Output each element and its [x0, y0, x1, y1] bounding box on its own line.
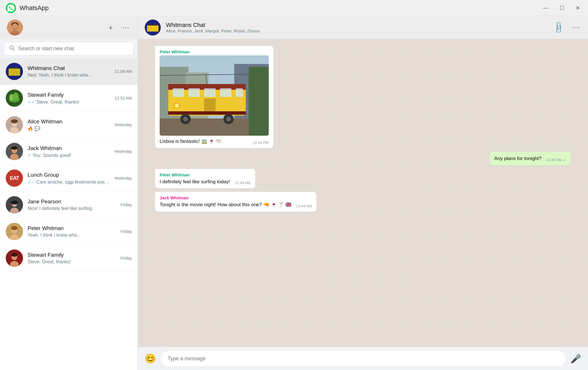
chat-item-peter[interactable]: Peter Whitman Yeah, I think I know wha..…: [0, 218, 138, 245]
sidebar: + ⋯: [0, 16, 138, 370]
chat-avatar-alice: [6, 116, 23, 133]
chat-info-jack: Jack Whitman ✓ You: Sounds good!: [28, 145, 109, 158]
svg-rect-11: [10, 67, 19, 69]
svg-point-34: [11, 253, 18, 257]
message-peter-surfing: Peter Whitman I definitely feel like sur…: [155, 169, 255, 189]
svg-rect-46: [188, 88, 200, 97]
chat-time: Yesterday: [114, 122, 132, 127]
minimize-button[interactable]: —: [541, 4, 550, 12]
chat-header-avatar: [145, 20, 161, 36]
maximize-button[interactable]: ☐: [557, 4, 566, 12]
svg-point-30: [11, 226, 18, 230]
chat-item-jack[interactable]: Jack Whitman ✓ You: Sounds good! Yesterd…: [0, 138, 138, 165]
chat-name: Peter Whitman: [28, 225, 116, 231]
chat-info-stewart2: Stewart Family Steve: Great, thanks!: [28, 252, 116, 264]
chat-header: Whitmans Chat Alice, Francis, Jack, Marg…: [138, 16, 588, 39]
svg-rect-49: [236, 88, 243, 97]
chat-name: Alice Whitman: [28, 118, 109, 125]
chat-avatar-lunch: EAT: [6, 170, 23, 187]
chat-info-lunch: Lunch Group ✓✓ Care amiche, oggi finalme…: [28, 172, 109, 185]
chat-info-jane: Jane Pearson Nice! I definitely feel lik…: [28, 198, 116, 211]
svg-point-15: [13, 93, 19, 101]
search-icon: [9, 45, 15, 52]
chat-meta-stewart: 12:52 AM: [115, 96, 132, 100]
svg-rect-47: [204, 88, 216, 97]
chat-time: 12:52 AM: [115, 96, 132, 100]
chat-info-whitmans: Whitmans Chat Ned: Yeah, I think I know …: [28, 65, 110, 78]
sidebar-menu-button[interactable]: ⋯: [121, 22, 131, 33]
emoji-button[interactable]: 😊: [145, 353, 156, 364]
chat-avatar-stewart2: [6, 250, 23, 267]
messages-area: Peter Whitman: [138, 39, 588, 347]
svg-point-57: [175, 104, 179, 108]
chat-panel: Whitmans Chat Alice, Francis, Jack, Marg…: [138, 16, 588, 370]
message-input[interactable]: [161, 351, 566, 366]
svg-rect-36: [147, 25, 158, 32]
chat-header-info: Whitmans Chat Alice, Francis, Jack, Marg…: [166, 22, 548, 33]
msg-time: 12:44 AM: [235, 181, 251, 185]
msg-text: I definitely feel like surfing today!: [160, 178, 230, 185]
msg-text: Tonight is the movie night! How about th…: [160, 201, 291, 208]
window-controls: — ☐ ✕: [541, 4, 582, 12]
mic-button[interactable]: 🎤: [570, 354, 581, 364]
svg-line-8: [13, 49, 14, 50]
svg-rect-51: [168, 111, 246, 115]
svg-rect-10: [9, 69, 20, 76]
msg-time: 12:44 AM: [296, 204, 312, 208]
chat-avatar-whitmans: [6, 63, 23, 80]
chat-preview: Nice! I definitely feel like surfing: [28, 206, 116, 211]
chat-name: Stewart Family: [28, 252, 116, 258]
attach-button[interactable]: 📎: [550, 19, 567, 36]
chat-name: Lunch Group: [28, 172, 109, 178]
svg-point-23: [11, 146, 18, 150]
message-peter-tram: Peter Whitman: [155, 46, 273, 148]
chat-item-stewart2[interactable]: Stewart Family Steve: Great, thanks! Fri…: [0, 245, 138, 272]
sidebar-actions: + ⋯: [107, 22, 131, 33]
chat-meta-stewart2: Friday: [121, 256, 132, 260]
chat-time: Yesterday: [114, 149, 132, 154]
chat-info-alice: Alice Whitman 🔥 💬: [28, 118, 109, 131]
svg-rect-60: [249, 67, 269, 136]
chat-list: Whitmans Chat Ned: Yeah, I think I know …: [0, 58, 138, 370]
chat-info-peter: Peter Whitman Yeah, I think I know wha..…: [28, 225, 116, 238]
chat-menu-button[interactable]: ⋯: [571, 22, 581, 33]
sidebar-header: + ⋯: [0, 16, 138, 39]
svg-point-53: [183, 117, 188, 121]
chat-meta-peter: Friday: [121, 229, 132, 234]
new-chat-button[interactable]: +: [107, 22, 114, 33]
chat-meta-jane: Friday: [121, 202, 132, 207]
chat-meta-jack: Yesterday: [114, 149, 132, 154]
main-layout: + ⋯: [0, 16, 588, 370]
chat-item-lunch[interactable]: EAT Lunch Group ✓✓ Care amiche, oggi fin…: [0, 165, 138, 192]
svg-rect-45: [173, 88, 184, 97]
chat-preview: ✓ You: Sounds good!: [28, 153, 109, 158]
search-input[interactable]: [18, 46, 129, 52]
msg-sender: Peter Whitman: [160, 49, 269, 54]
chat-item-alice[interactable]: Alice Whitman 🔥 💬 Yesterday: [0, 112, 138, 138]
chat-info-stewart: Stewart Family ✓✓ Steve: Great, thanks!: [28, 92, 110, 105]
user-avatar[interactable]: [7, 20, 23, 36]
chat-header-name: Whitmans Chat: [166, 22, 548, 28]
chat-preview: ✓✓ Steve: Great, thanks!: [28, 99, 110, 105]
chat-time: Friday: [121, 229, 132, 234]
chat-name: Stewart Family: [28, 92, 110, 98]
chat-preview: 🔥 💬: [28, 126, 109, 131]
search-bar: [0, 39, 138, 58]
close-button[interactable]: ✕: [573, 4, 582, 12]
chat-item-stewart-family[interactable]: Stewart Family ✓✓ Steve: Great, thanks! …: [0, 85, 138, 112]
svg-point-6: [12, 23, 18, 28]
chat-item-whitmans[interactable]: Whitmans Chat Ned: Yeah, I think I know …: [0, 58, 138, 85]
chat-meta-lunch: Yesterday: [114, 176, 132, 180]
check-icon: ✓: [28, 153, 31, 158]
msg-text: Any plans for tonight?: [494, 155, 541, 162]
search-input-wrap[interactable]: [4, 42, 134, 55]
msg-time: 12:40 AM: [546, 158, 562, 162]
chat-avatar-jane: [6, 196, 23, 213]
msg-text: Lisboa is fantastic! 🚃 🍷 🕊️: [160, 138, 222, 145]
chat-name: Jane Pearson: [28, 198, 116, 205]
chat-time: Yesterday: [114, 176, 132, 180]
chat-item-jane[interactable]: Jane Pearson Nice! I definitely feel lik…: [0, 192, 138, 218]
chat-header-actions: 📎 ⋯: [553, 22, 581, 33]
titlebar: WhatsApp — ☐ ✕: [0, 0, 588, 16]
chat-avatar-jack: [6, 143, 23, 160]
